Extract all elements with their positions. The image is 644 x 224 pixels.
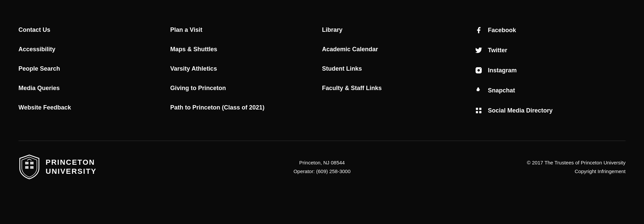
media-queries-link[interactable]: Media Queries [18, 78, 170, 98]
student-links-link[interactable]: Student Links [322, 59, 474, 78]
facebook-icon [474, 25, 483, 35]
princeton-shield-icon [18, 154, 40, 179]
directory-icon [474, 106, 483, 115]
princeton-name-block: PRINCETON UNIVERSITY [46, 158, 97, 176]
svg-rect-4 [476, 111, 478, 113]
social-media-directory-item[interactable]: Social Media Directory [474, 100, 626, 121]
plan-a-visit-link[interactable]: Plan a Visit [170, 20, 322, 40]
facebook-item[interactable]: Facebook [474, 20, 626, 40]
svg-rect-7 [30, 162, 34, 164]
contact-us-link[interactable]: Contact Us [18, 20, 170, 40]
princeton-name-line1: PRINCETON [46, 158, 97, 167]
website-feedback-link[interactable]: Website Feedback [18, 98, 170, 117]
people-search-link[interactable]: People Search [18, 59, 170, 78]
address-line2: Operator: (609) 258-3000 [293, 167, 351, 176]
snapchat-item[interactable]: Snapchat [474, 80, 626, 100]
copyright-infringement-link[interactable]: Copyright Infringement [575, 168, 626, 174]
instagram-item[interactable]: Instagram [474, 60, 626, 80]
svg-rect-8 [25, 166, 29, 169]
svg-rect-3 [479, 108, 481, 110]
facebook-link[interactable]: Facebook [488, 27, 516, 34]
snapchat-link[interactable]: Snapchat [488, 87, 515, 94]
footer-nav: Contact Us Accessibility People Search M… [0, 0, 644, 141]
footer-bottom: PRINCETON UNIVERSITY Princeton, NJ 08544… [0, 141, 644, 193]
academic-calendar-link[interactable]: Academic Calendar [322, 40, 474, 59]
instagram-icon [474, 66, 483, 75]
twitter-item[interactable]: Twitter [474, 40, 626, 60]
snapchat-icon [474, 86, 483, 95]
varsity-athletics-link[interactable]: Varsity Athletics [170, 59, 322, 78]
svg-rect-6 [25, 162, 29, 164]
footer-column-social: Facebook Twitter Instagram [474, 20, 626, 121]
accessibility-link[interactable]: Accessibility [18, 40, 170, 59]
library-link[interactable]: Library [322, 20, 474, 40]
footer-column-3: Library Academic Calendar Student Links … [322, 20, 474, 121]
footer-column-1: Contact Us Accessibility People Search M… [18, 20, 170, 121]
svg-rect-2 [476, 108, 478, 110]
maps-shuttles-link[interactable]: Maps & Shuttles [170, 40, 322, 59]
princeton-name-line2: UNIVERSITY [46, 167, 97, 176]
twitter-link[interactable]: Twitter [488, 47, 507, 54]
giving-to-princeton-link[interactable]: Giving to Princeton [170, 78, 322, 98]
footer-copyright: © 2017 The Trustees of Princeton Univers… [527, 158, 626, 175]
princeton-logo[interactable]: PRINCETON UNIVERSITY [18, 154, 97, 179]
twitter-icon [474, 46, 483, 55]
faculty-staff-links-link[interactable]: Faculty & Staff Links [322, 78, 474, 98]
svg-rect-9 [30, 166, 34, 169]
copyright-text: © 2017 The Trustees of Princeton Univers… [527, 158, 626, 167]
svg-rect-5 [479, 111, 481, 113]
footer-address: Princeton, NJ 08544 Operator: (609) 258-… [293, 158, 351, 175]
footer-column-2: Plan a Visit Maps & Shuttles Varsity Ath… [170, 20, 322, 121]
social-media-directory-link[interactable]: Social Media Directory [488, 107, 553, 114]
path-to-princeton-link[interactable]: Path to Princeton (Class of 2021) [170, 98, 322, 117]
instagram-link[interactable]: Instagram [488, 67, 517, 74]
address-line1: Princeton, NJ 08544 [293, 158, 351, 167]
